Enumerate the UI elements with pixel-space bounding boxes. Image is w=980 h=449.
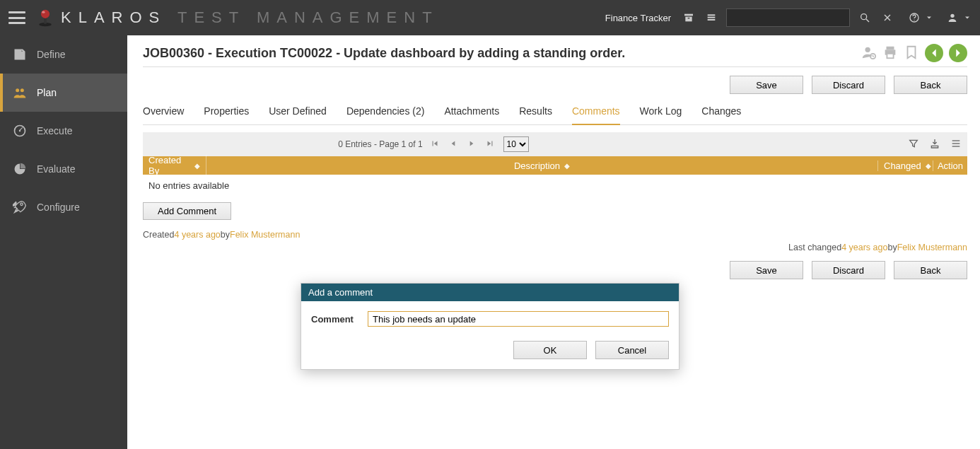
column-action: Action [933, 161, 967, 171]
svg-rect-28 [952, 146, 960, 146]
save-button[interactable]: Save [730, 76, 803, 94]
svg-point-20 [19, 130, 21, 132]
tab-comments[interactable]: Comments [572, 100, 620, 125]
svg-rect-4 [684, 14, 693, 16]
brand-logo: KLAROS TEST MANAGEMENT [35, 8, 439, 28]
save-button-bottom[interactable]: Save [730, 261, 803, 279]
created-user-link[interactable]: Felix Mustermann [230, 230, 300, 240]
cancel-button[interactable]: Cancel [595, 341, 669, 359]
filter-icon[interactable] [908, 138, 919, 151]
clear-search-icon[interactable] [880, 10, 895, 25]
comment-label: Comment [311, 314, 356, 325]
pager-next-icon[interactable] [467, 139, 477, 151]
svg-rect-23 [887, 46, 894, 49]
search-input[interactable] [726, 8, 850, 27]
project-name[interactable]: Finance Tracker [605, 13, 671, 23]
svg-rect-9 [708, 19, 716, 21]
column-changed[interactable]: Changed◆ [878, 161, 933, 171]
svg-point-3 [42, 11, 45, 13]
sidebar-item-label: Define [37, 49, 65, 60]
print-icon[interactable] [882, 45, 898, 62]
created-meta: Created 4 years ago by Felix Mustermann [143, 230, 967, 240]
export-icon[interactable] [929, 138, 940, 151]
user-chevron-down-icon[interactable] [963, 10, 972, 25]
add-comment-dialog: Add a comment Comment OK Cancel [301, 283, 679, 370]
svg-rect-27 [952, 143, 960, 144]
svg-rect-6 [688, 18, 690, 18]
svg-line-11 [866, 19, 869, 22]
sort-icon: ◆ [564, 162, 570, 170]
sidebar: Define Plan Execute Evaluate Configure [0, 35, 127, 449]
tab-results[interactable]: Results [519, 100, 552, 124]
back-button-bottom[interactable]: Back [894, 261, 967, 279]
tab-attachments[interactable]: Attachments [444, 100, 499, 124]
assign-user-icon[interactable] [861, 45, 877, 62]
next-record-button[interactable] [949, 44, 967, 62]
created-time-link[interactable]: 4 years ago [174, 230, 220, 240]
bookmark-icon[interactable] [904, 45, 919, 62]
page-title: JOB00360 - Execution TC00022 - Update da… [143, 46, 861, 61]
svg-point-2 [41, 10, 49, 18]
pager-last-icon[interactable] [485, 139, 495, 151]
back-button[interactable]: Back [894, 76, 967, 94]
tab-properties[interactable]: Properties [204, 100, 249, 124]
brand-main: KLAROS [61, 8, 166, 26]
discard-button[interactable]: Discard [812, 76, 885, 94]
svg-point-18 [21, 88, 24, 92]
sidebar-item-label: Plan [37, 87, 57, 98]
svg-point-10 [861, 14, 867, 20]
pager-prev-icon[interactable] [448, 139, 458, 151]
sidebar-item-label: Configure [37, 202, 80, 213]
svg-point-16 [950, 14, 954, 18]
svg-point-17 [16, 88, 19, 92]
comment-input[interactable] [368, 311, 669, 327]
table-empty-text: No entries available [143, 175, 967, 197]
archive-icon[interactable] [681, 10, 696, 25]
tab-work-log[interactable]: Work Log [640, 100, 682, 124]
pager-first-icon[interactable] [430, 139, 440, 151]
tab-dependencies[interactable]: Dependencies (2) [346, 100, 425, 124]
sidebar-item-evaluate[interactable]: Evaluate [0, 150, 127, 188]
dialog-title: Add a comment [301, 284, 679, 301]
ok-button[interactable]: OK [513, 341, 587, 359]
prev-record-button[interactable] [925, 44, 943, 62]
table-header: Created By◆ Description◆ Changed◆ Action [143, 156, 967, 175]
sidebar-item-label: Evaluate [37, 163, 75, 175]
column-created-by[interactable]: Created By◆ [143, 155, 206, 176]
changed-user-link[interactable]: Felix Mustermann [897, 243, 967, 252]
main-content: JOB00360 - Execution TC00022 - Update da… [127, 35, 980, 449]
changed-time-link[interactable]: 4 years ago [841, 243, 887, 252]
svg-rect-8 [708, 17, 716, 18]
sidebar-item-execute[interactable]: Execute [0, 112, 127, 150]
sidebar-item-plan[interactable]: Plan [0, 74, 127, 112]
sidebar-item-define[interactable]: Define [0, 35, 127, 74]
svg-rect-25 [887, 53, 893, 57]
add-comment-button[interactable]: Add Comment [143, 202, 231, 220]
svg-point-15 [914, 20, 914, 21]
tab-overview[interactable]: Overview [143, 100, 184, 124]
page-size-select[interactable]: 10 [503, 136, 529, 152]
hamburger-menu-icon[interactable] [8, 11, 25, 24]
help-icon[interactable] [906, 10, 922, 25]
search-icon[interactable] [857, 10, 873, 25]
sort-icon: ◆ [926, 162, 931, 170]
columns-icon[interactable] [950, 138, 962, 151]
brand-sub: TEST MANAGEMENT [177, 8, 439, 26]
user-icon[interactable] [945, 10, 960, 25]
sidebar-item-label: Execute [37, 125, 73, 136]
help-chevron-down-icon[interactable] [925, 10, 933, 25]
tab-user-defined[interactable]: User Defined [269, 100, 327, 124]
sort-icon: ◆ [194, 162, 200, 170]
sidebar-item-configure[interactable]: Configure [0, 188, 127, 226]
list-icon[interactable] [704, 10, 719, 25]
tab-bar: Overview Properties User Defined Depende… [143, 100, 967, 125]
table-toolbar: 0 Entries - Page 1 of 1 10 [143, 132, 967, 156]
svg-rect-5 [685, 17, 692, 22]
pager-text: 0 Entries - Page 1 of 1 [338, 139, 422, 149]
discard-button-bottom[interactable]: Discard [812, 261, 885, 279]
column-description[interactable]: Description◆ [206, 161, 878, 171]
changed-meta: Last changed 4 years ago by Felix Muster… [143, 243, 967, 252]
tab-changes[interactable]: Changes [701, 100, 741, 124]
svg-rect-7 [708, 14, 716, 16]
svg-point-21 [865, 47, 870, 52]
